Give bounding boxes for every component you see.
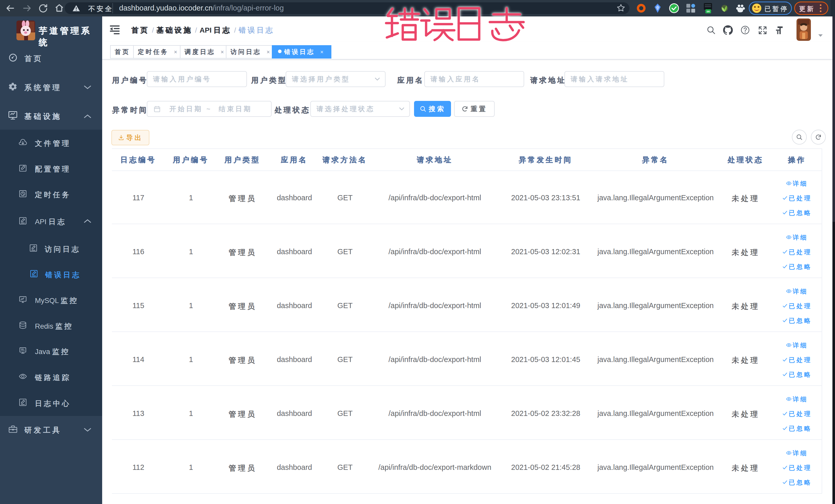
svg-text:on: on bbox=[707, 10, 710, 13]
